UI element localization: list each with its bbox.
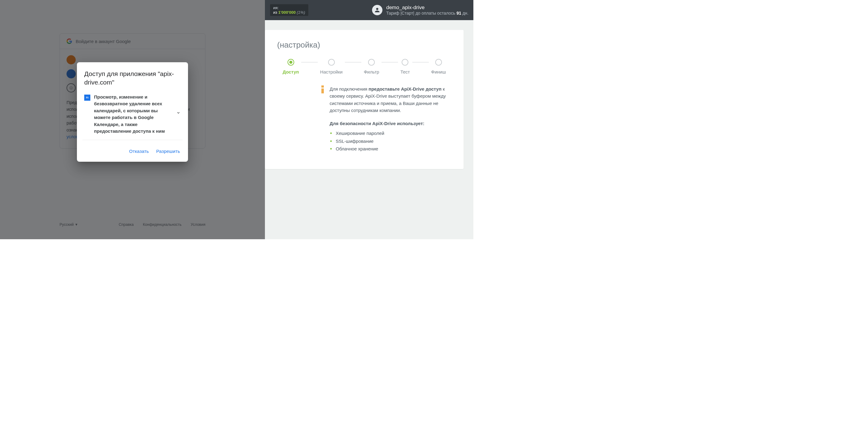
step-label: Тест bbox=[400, 69, 410, 74]
info-box: Для подключения предоставьте ApiX-Drive … bbox=[320, 86, 452, 153]
balance-total: 1'000'000 bbox=[278, 10, 296, 14]
stepper: Доступ Настройки Фильтр Тест Финиш bbox=[280, 59, 448, 74]
user-tariff: Тариф |Старт| до оплаты осталось 91 дн. bbox=[386, 11, 468, 15]
permission-dialog: Доступ для приложения "apix-drive.com" П… bbox=[77, 62, 188, 162]
card-title: (настройка) bbox=[277, 40, 452, 50]
step-filter[interactable]: Фильтр bbox=[361, 59, 381, 74]
tariff-days: 91 bbox=[457, 11, 462, 15]
apix-content: (настройка) Доступ Настройки Фильтр Тест bbox=[265, 20, 473, 239]
dialog-actions: Отказать Разрешить bbox=[77, 142, 188, 162]
user-box[interactable]: demo_apix-drive Тариф |Старт| до оплаты … bbox=[372, 5, 468, 15]
dialog-title: Доступ для приложения "apix-drive.com" bbox=[77, 62, 188, 91]
balance-box: ия: из 1'000'000 (1%) bbox=[270, 4, 309, 16]
apix-header: ия: из 1'000'000 (1%) demo_apix-drive Та… bbox=[265, 0, 473, 20]
balance-pct: (1%) bbox=[297, 10, 305, 14]
security-list: Хеширование паролей SSL-шифрование Облач… bbox=[330, 129, 452, 153]
dialog-content: Просмотр, изменение и безвозвратное удал… bbox=[77, 91, 188, 142]
list-item: Облачное хранение bbox=[330, 145, 452, 153]
list-item: Хеширование паролей bbox=[330, 129, 452, 137]
calendar-icon bbox=[84, 95, 90, 101]
permission-text: Просмотр, изменение и безвозвратное удал… bbox=[94, 94, 173, 135]
step-test[interactable]: Тест bbox=[398, 59, 412, 74]
google-oauth-panel: Войдите в аккаунт Google П S ☺ Предостав… bbox=[0, 0, 265, 239]
info-icon bbox=[320, 86, 326, 93]
apix-panel: ия: из 1'000'000 (1%) demo_apix-drive Та… bbox=[265, 0, 473, 239]
step-dot-icon bbox=[435, 59, 442, 66]
balance-value: из 1'000'000 (1%) bbox=[273, 10, 305, 14]
balance-prefix: из bbox=[273, 10, 278, 14]
tariff-text-1: Тариф |Старт| до оплаты осталось bbox=[386, 11, 456, 15]
chevron-down-icon: ⌄ bbox=[176, 94, 181, 115]
step-label: Фильтр bbox=[364, 69, 379, 74]
step-dot-icon bbox=[287, 59, 294, 66]
user-name: demo_apix-drive bbox=[386, 5, 468, 11]
step-label: Настройки bbox=[320, 69, 343, 74]
deny-button[interactable]: Отказать bbox=[128, 147, 150, 155]
apix-card: (настройка) Доступ Настройки Фильтр Тест bbox=[265, 30, 464, 169]
info-text-1: Для подключения bbox=[330, 86, 369, 92]
step-dot-icon bbox=[368, 59, 375, 66]
step-dot-icon bbox=[328, 59, 335, 66]
step-finish[interactable]: Финиш bbox=[429, 59, 448, 74]
allow-button[interactable]: Разрешить bbox=[156, 147, 181, 155]
list-item: SSL-шифрование bbox=[330, 137, 452, 145]
balance-label: ия: bbox=[273, 5, 305, 10]
info-text-bold: предоставьте ApiX-Drive доступ bbox=[369, 86, 442, 92]
permission-row[interactable]: Просмотр, изменение и безвозвратное удал… bbox=[83, 91, 183, 140]
info-text: Для подключения предоставьте ApiX-Drive … bbox=[330, 86, 452, 153]
step-access[interactable]: Доступ bbox=[280, 59, 301, 74]
security-title: Для безопасности ApiX-Drive использует: bbox=[330, 120, 452, 127]
step-settings[interactable]: Настройки bbox=[318, 59, 345, 74]
step-dot-icon bbox=[402, 59, 408, 66]
step-label: Доступ bbox=[283, 69, 299, 74]
step-label: Финиш bbox=[431, 69, 446, 74]
tariff-text-2: дн. bbox=[461, 11, 468, 15]
user-avatar-icon bbox=[372, 5, 382, 15]
